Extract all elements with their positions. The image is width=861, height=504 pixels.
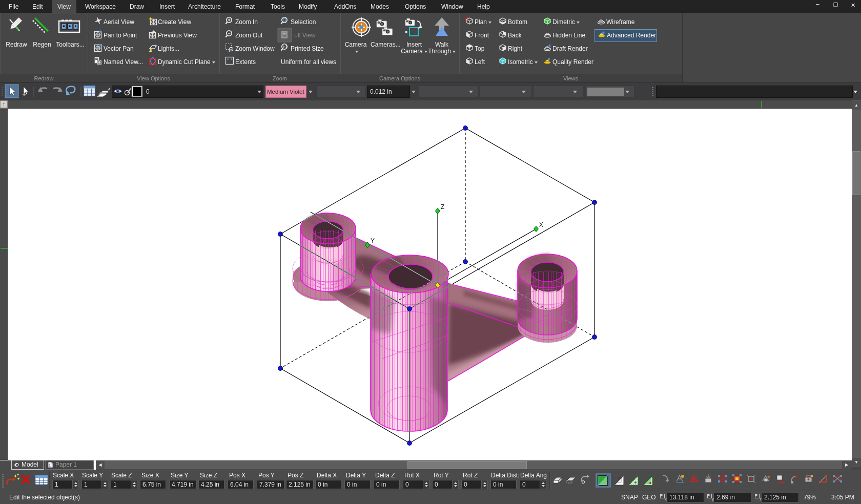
svg-text:X: X xyxy=(539,221,543,228)
svg-text:1: 1 xyxy=(49,464,51,467)
svg-text:Z: Z xyxy=(441,203,444,211)
svg-text:Y: Y xyxy=(371,237,375,244)
